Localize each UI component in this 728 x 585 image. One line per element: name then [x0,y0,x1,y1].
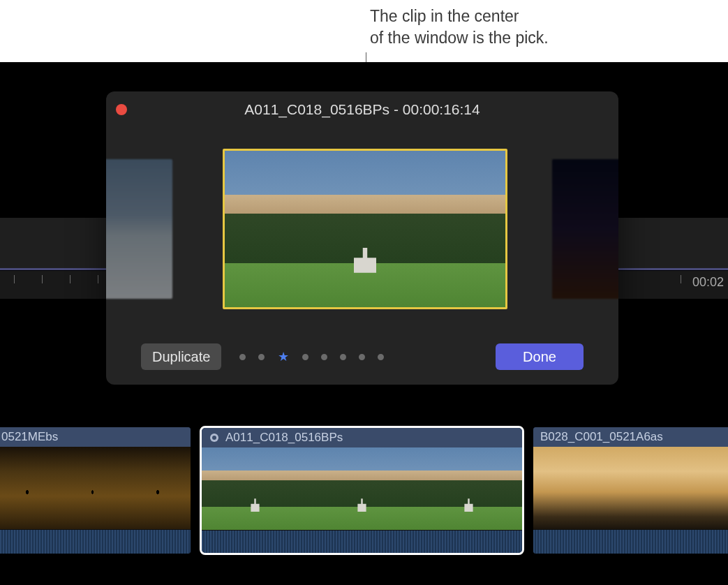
timeline-track[interactable]: 0521MEbsA011_C018_0516BPsB028_C001_0521A… [0,426,728,565]
page-dot[interactable] [302,354,309,360]
filmstrip-frame [309,447,415,530]
ruler-tick [98,275,98,283]
clip-filmstrip [0,447,191,529]
filmstrip-frame [202,447,309,530]
audition-thumb-pick[interactable] [223,149,507,309]
audition-thumb-next[interactable] [552,159,618,299]
filmstrip-frame [415,447,522,530]
timeline-clip[interactable]: 0521MEbs [0,426,192,555]
ruler-tick [681,275,681,283]
ruler-tick [42,275,43,283]
clip-audio-waveform [0,529,191,554]
timeline-clip[interactable]: B028_C001_0521A6as [532,426,728,555]
clip-name-label: A011_C018_0516BPs [225,431,343,445]
clip-filmstrip [202,447,522,530]
callout-line-2: of the window is the pick. [370,29,549,47]
page-dot[interactable] [258,354,265,360]
audition-thumb-prev[interactable] [106,159,172,299]
filmstrip-frame [667,447,728,529]
timeline-clip[interactable]: A011_C018_0516BPs [200,426,524,555]
filmstrip-frame [533,447,600,529]
clip-filmstrip [533,447,728,529]
audition-icon [209,432,220,443]
svg-point-1 [212,436,216,440]
panel-title: A011_C018_0516BPs - 00:00:16:14 [106,101,618,118]
audition-controls: Duplicate ★ Done [106,337,618,376]
filmstrip-frame [0,447,60,529]
filmstrip-frame [600,447,666,529]
page-dot[interactable] [321,354,327,360]
audition-panel: A011_C018_0516BPs - 00:00:16:14 Duplicat… [106,91,618,385]
clip-name-label: B028_C001_0521A6as [540,430,663,444]
page-dot[interactable] [359,354,365,360]
filmstrip-frame [60,447,126,529]
callout-line-1: The clip in the center [370,7,519,25]
done-button[interactable]: Done [496,343,584,370]
ruler-tick [70,275,70,283]
callout-annotation: The clip in the center of the window is … [370,6,549,49]
page-dots: ★ [239,350,384,363]
page-dot[interactable] [239,354,246,360]
clip-audio-waveform [202,530,522,555]
ruler-tick [14,275,15,283]
ruler-time-label: 00:02 [692,275,724,290]
page-dot[interactable] [378,354,384,360]
page-dot[interactable] [340,354,346,360]
clip-header: A011_C018_0516BPs [202,428,522,447]
clip-header: B028_C001_0521A6as [533,427,728,447]
panel-titlebar[interactable]: A011_C018_0516BPs - 00:00:16:14 [106,91,618,128]
pick-star-icon[interactable]: ★ [277,350,290,363]
clip-name-label: 0521MEbs [1,430,58,444]
clip-header: 0521MEbs [0,427,191,447]
filmstrip-frame [125,447,191,529]
clip-audio-waveform [533,529,728,554]
audition-carousel[interactable] [106,128,618,337]
close-icon[interactable] [116,104,127,115]
duplicate-button[interactable]: Duplicate [141,343,221,370]
